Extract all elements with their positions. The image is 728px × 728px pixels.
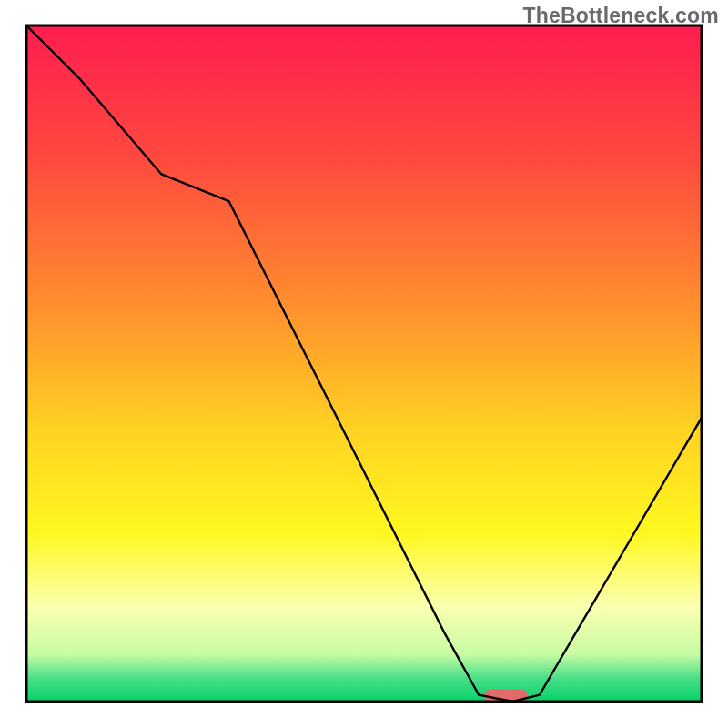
bottleneck-chart bbox=[0, 0, 728, 728]
plot-background bbox=[26, 25, 702, 702]
chart-frame: TheBottleneck.com bbox=[0, 0, 728, 728]
watermark-text: TheBottleneck.com bbox=[522, 4, 719, 28]
